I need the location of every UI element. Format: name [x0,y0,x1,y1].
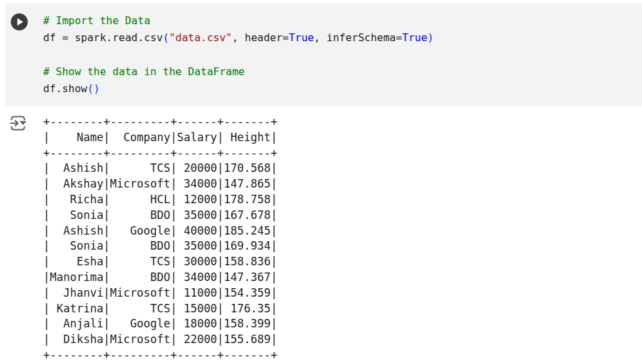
code-token-plain: df = spark.read.csv [43,31,163,44]
code-token-comment: # Show the data in the DataFrame [43,65,245,78]
run-cell-button[interactable] [10,13,28,31]
notebook: # Import the Data df = spark.read.csv("d… [0,0,642,364]
code-token-plain: , inferSchema= [314,31,402,44]
code-token-bracket: ( [163,31,169,44]
code-token-plain: , header= [232,31,289,44]
output-text: +--------+---------+------+-------+ | Na… [43,114,277,363]
code-token-bracket: () [87,82,99,95]
goto-output-icon [8,115,27,131]
code-editor[interactable]: # Import the Data df = spark.read.csv("d… [43,12,433,97]
code-token-constant: True [289,31,314,44]
code-token-bracket: ) [428,31,434,44]
code-token-plain: df.show [43,82,87,95]
play-circle-icon [10,13,28,31]
cell-output: +--------+---------+------+-------+ | Na… [0,107,642,364]
goto-output-button[interactable] [8,115,27,131]
code-token-constant: True [402,31,428,44]
code-cell: # Import the Data df = spark.read.csv("d… [5,3,642,107]
code-token-comment: # Import the Data [43,14,150,27]
code-token-string: "data.csv" [169,31,232,44]
